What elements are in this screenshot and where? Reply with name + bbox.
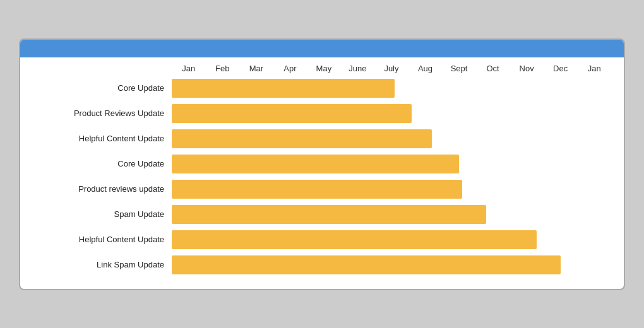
month-label: Feb [206,64,240,73]
bar-fill [172,104,412,123]
month-label: Mar [239,64,273,73]
bar-row: Helpful Content Update [33,228,611,251]
bar-row: Spam Update [33,203,611,226]
bar-label: Core Update [33,159,172,168]
bar-track [172,129,611,148]
month-label: Apr [273,64,307,73]
bar-label: Helpful Content Update [33,235,172,244]
bar-track [172,79,611,98]
bar-track [172,155,611,173]
bar-label: Product Reviews Update [33,108,172,118]
month-label: Oct [476,64,510,73]
bar-fill [172,180,462,199]
bar-label: Helpful Content Update [33,134,172,143]
month-label: Nov [510,64,544,73]
month-axis: JanFebMarAprMayJuneJulyAugSeptOctNovDecJ… [172,64,611,73]
bar-label: Spam Update [33,209,172,219]
month-label: Sept [442,64,476,73]
bar-label: Link Spam Update [33,260,172,269]
bar-track [172,205,611,224]
bar-row: Core Update [33,77,611,100]
bar-track [172,230,611,249]
bar-row: Helpful Content Update [33,127,611,150]
bar-label: Product reviews update [33,184,172,194]
bar-fill [172,129,432,148]
bar-fill [172,255,561,274]
bar-row: Link Spam Update [33,254,611,276]
bar-fill [172,79,395,98]
bar-row: Product Reviews Update [33,102,611,125]
month-label: Jan [172,64,206,73]
month-label: June [341,64,375,73]
chart-body: JanFebMarAprMayJuneJulyAugSeptOctNovDecJ… [20,57,624,289]
bar-row: Product reviews update [33,178,611,201]
bar-fill [172,155,459,173]
bar-track [172,255,611,274]
chart-container: JanFebMarAprMayJuneJulyAugSeptOctNovDecJ… [19,38,625,290]
month-label: Aug [408,64,443,73]
month-label: Dec [544,64,578,73]
month-label: Jan [577,64,611,73]
bar-rows: Core UpdateProduct Reviews UpdateHelpful… [33,77,611,276]
bar-fill [172,230,537,249]
bar-row: Core Update [33,153,611,175]
month-label: July [374,64,408,73]
bar-track [172,104,611,123]
bar-track [172,180,611,199]
month-label: May [307,64,341,73]
bar-label: Core Update [33,83,172,93]
chart-title [20,40,624,57]
bar-fill [172,205,486,224]
